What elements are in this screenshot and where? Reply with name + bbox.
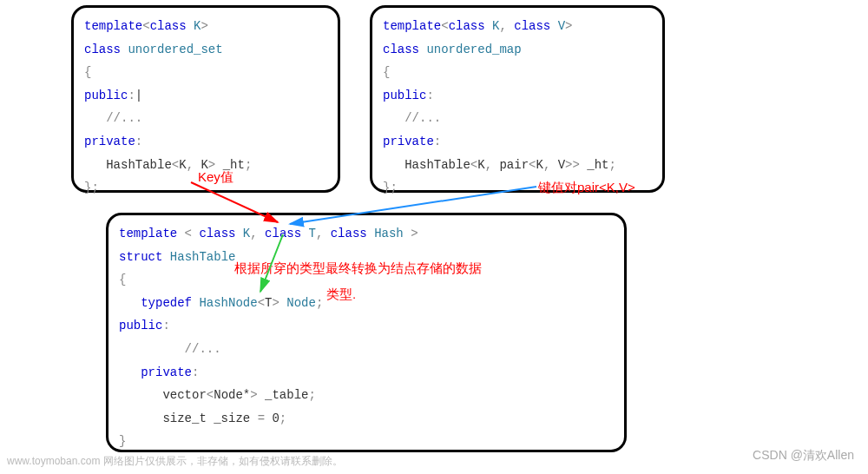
code-box-unordered-set: template<class K> class unordered_set { … <box>71 5 340 193</box>
annotation-type-label: 类型. <box>326 286 356 303</box>
annotation-note: 根据所穿的类型最终转换为结点存储的数据 <box>234 260 482 277</box>
code-box-unordered-map: template<class K, class V> class unorder… <box>370 5 665 193</box>
code-box-hashtable: template < class K, class T, class Hash … <box>106 213 627 452</box>
annotation-key-label: Key值 <box>198 169 233 186</box>
watermark-right: CSDN @清欢Allen <box>753 448 854 464</box>
watermark-left: www.toymoban.com 网络图片仅供展示，非存储，如有侵权请联系删除。 <box>7 454 343 469</box>
annotation-pair-label: 键值对pair<K,V> <box>538 180 635 196</box>
